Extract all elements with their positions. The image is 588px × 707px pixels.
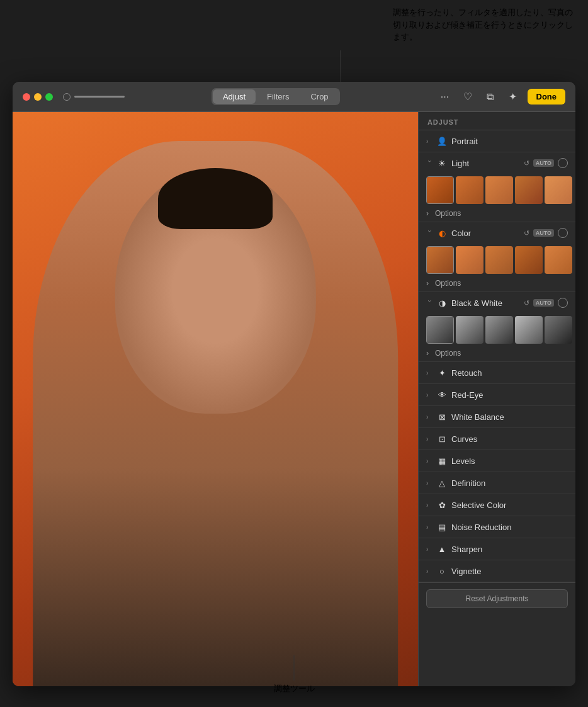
auto-badge-bw[interactable]: AUTO (533, 299, 554, 307)
portrait-person (33, 141, 398, 686)
chevron-color: › (426, 230, 433, 236)
sparkles-icon[interactable]: ✦ (505, 89, 521, 105)
chevron-selectivecolor: › (426, 502, 433, 509)
thumb-bw-0[interactable] (426, 316, 454, 344)
bw-item-label: Black & White (451, 298, 520, 308)
adjust-row-selectivecolor[interactable]: › ✿ Selective Color (419, 494, 575, 516)
toggle-light[interactable] (558, 158, 568, 168)
reset-btn-area: Reset Adjustments (419, 582, 575, 614)
chevron-light-options: › (426, 209, 433, 218)
minimize-button[interactable] (34, 93, 42, 101)
adjust-row-curves[interactable]: › ⊡ Curves (419, 428, 575, 450)
light-options-row[interactable]: › Options (419, 208, 575, 222)
toggle-color[interactable] (558, 228, 568, 238)
reset-adjustments-button[interactable]: Reset Adjustments (426, 589, 568, 608)
photo-area: ⬡ Portrait ☀ ⬡ ● ◎ ◉ Studio (13, 112, 418, 686)
annotation-text: 調整ツール (274, 684, 315, 693)
thumb-bw-4[interactable] (545, 316, 572, 344)
close-button[interactable] (23, 93, 30, 101)
light-item-label: Light (451, 159, 520, 168)
adjust-row-levels[interactable]: › ▦ Levels (419, 450, 575, 472)
adjust-item-color: › ◐ Color ↺ AUTO › Options (419, 222, 575, 292)
adjust-row-noisereduction[interactable]: › ▤ Noise Reduction (419, 516, 575, 538)
chevron-levels: › (426, 458, 433, 465)
thumb-light-0[interactable] (426, 176, 454, 204)
color-options-row[interactable]: › Options (419, 278, 575, 291)
color-icon: ◐ (436, 227, 448, 239)
chevron-bw: › (426, 300, 433, 306)
light-options-label: Options (435, 209, 461, 218)
sharpen-item-label: Sharpen (451, 545, 568, 554)
adjust-row-retouch[interactable]: › ✦ Retouch (419, 362, 575, 383)
vignette-item-label: Vignette (451, 567, 568, 576)
thumb-color-2[interactable] (485, 246, 513, 274)
adjust-row-light[interactable]: › ☀ Light ↺ AUTO (419, 152, 575, 174)
bw-options-row[interactable]: › Options (419, 348, 575, 361)
done-button[interactable]: Done (528, 89, 566, 105)
bw-icon: ◑ (436, 297, 448, 308)
thumb-light-1[interactable] (456, 176, 483, 204)
adjust-row-redeye[interactable]: › 👁 Red-Eye (419, 384, 575, 405)
chevron-portrait: › (426, 138, 433, 145)
portrait-photo (13, 112, 418, 686)
adjust-row-portrait[interactable]: › 👤 Portrait (419, 130, 575, 152)
chevron-redeye: › (426, 392, 433, 399)
selectivecolor-item-label: Selective Color (451, 501, 568, 510)
adjust-row-vignette[interactable]: › ○ Vignette (419, 560, 575, 582)
tab-group: Adjust Filters Crop (212, 88, 340, 105)
adjust-item-vignette: › ○ Vignette (419, 560, 575, 582)
thumb-light-3[interactable] (515, 176, 543, 204)
thumb-bw-2[interactable] (485, 316, 513, 344)
reset-bw-icon[interactable]: ↺ (524, 299, 529, 307)
retouch-item-label: Retouch (451, 368, 568, 378)
tab-filters[interactable]: Filters (257, 89, 299, 104)
layers-icon[interactable]: ⧉ (482, 89, 499, 105)
thumb-bw-3[interactable] (515, 316, 543, 344)
adjust-item-light: › ☀ Light ↺ AUTO › Options (419, 152, 575, 222)
thumb-bw-1[interactable] (456, 316, 483, 344)
toggle-bw[interactable] (558, 298, 568, 308)
adjust-item-whitebalance: › ⊠ White Balance (419, 406, 575, 428)
thumb-color-3[interactable] (515, 246, 543, 274)
tab-adjust[interactable]: Adjust (213, 89, 256, 104)
chevron-retouch: › (426, 370, 433, 376)
adjust-row-definition[interactable]: › △ Definition (419, 472, 575, 494)
reset-color-icon[interactable]: ↺ (524, 229, 529, 237)
adjust-row-whitebalance[interactable]: › ⊠ White Balance (419, 406, 575, 427)
adjust-row-bw[interactable]: › ◑ Black & White ↺ AUTO (419, 292, 575, 314)
thumb-color-0[interactable] (426, 246, 454, 274)
brightness-slider[interactable] (74, 96, 125, 98)
thumb-color-1[interactable] (456, 246, 483, 274)
curves-item-label: Curves (451, 434, 568, 444)
portrait-face (115, 168, 316, 414)
adjust-item-levels: › ▦ Levels (419, 450, 575, 472)
levels-icon: ▦ (436, 455, 448, 467)
color-thumb-strip (419, 244, 575, 278)
reset-light-icon[interactable]: ↺ (524, 159, 529, 167)
title-bar-actions: ··· ♡ ⧉ ✦ Done (437, 89, 566, 105)
tab-crop[interactable]: Crop (300, 89, 338, 104)
emoji-icon[interactable]: ··· (437, 89, 453, 105)
noisereduction-item-label: Noise Reduction (451, 523, 568, 532)
adjust-item-definition: › △ Definition (419, 472, 575, 494)
auto-badge-color[interactable]: AUTO (533, 229, 554, 237)
definition-icon: △ (436, 477, 448, 489)
chevron-whitebalance: › (426, 414, 433, 421)
curves-icon: ⊡ (436, 433, 448, 444)
chevron-curves: › (426, 436, 433, 443)
adjust-item-redeye: › 👁 Red-Eye (419, 384, 575, 406)
adjust-item-portrait: › 👤 Portrait (419, 130, 575, 152)
maximize-button[interactable] (45, 93, 53, 101)
definition-item-label: Definition (451, 478, 568, 488)
thumb-light-4[interactable] (545, 176, 572, 204)
adjust-row-sharpen[interactable]: › ▲ Sharpen (419, 538, 575, 560)
adjust-row-color[interactable]: › ◐ Color ↺ AUTO (419, 222, 575, 244)
retouch-icon: ✦ (436, 367, 448, 378)
title-bar: Adjust Filters Crop ··· ♡ ⧉ ✦ Done (13, 82, 575, 112)
auto-badge-light[interactable]: AUTO (533, 159, 554, 167)
thumb-color-4[interactable] (545, 246, 572, 274)
adjust-item-noisereduction: › ▤ Noise Reduction (419, 516, 575, 538)
heart-icon[interactable]: ♡ (460, 89, 476, 105)
thumb-light-2[interactable] (485, 176, 513, 204)
portrait-icon: 👤 (436, 135, 448, 147)
